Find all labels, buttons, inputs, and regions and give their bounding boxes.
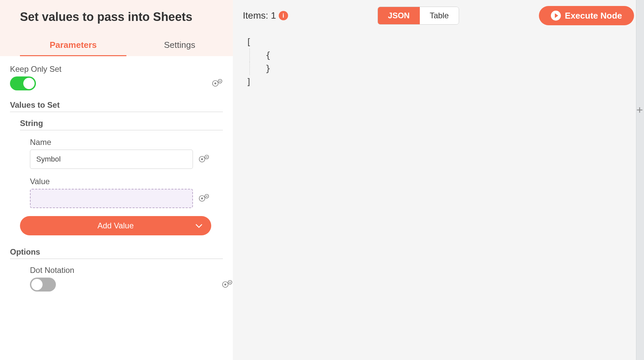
gear-icon[interactable] — [222, 279, 233, 290]
name-label: Name — [30, 138, 223, 147]
svg-point-5 — [201, 158, 203, 160]
svg-point-9 — [201, 197, 203, 199]
plus-icon[interactable]: + — [635, 103, 644, 116]
execute-node-button[interactable]: Execute Node — [539, 6, 634, 25]
panel-tabs: Parameters Settings — [20, 34, 233, 56]
gear-icon[interactable] — [212, 78, 223, 89]
items-count-value: 1 — [271, 10, 276, 21]
right-edge-strip — [636, 0, 644, 360]
output-panel: Items: 1 i JSON Table Execute Node [ { }… — [233, 0, 644, 360]
add-value-label: Add Value — [97, 221, 134, 230]
keep-only-set-label: Keep Only Set — [10, 64, 223, 74]
svg-point-3 — [220, 80, 221, 82]
svg-point-11 — [206, 195, 208, 197]
keep-only-set-toggle[interactable] — [10, 76, 36, 90]
json-output: [ { } ] — [243, 35, 634, 88]
play-icon — [551, 11, 561, 21]
tab-parameters[interactable]: Parameters — [20, 34, 126, 56]
execute-label: Execute Node — [565, 11, 622, 21]
items-prefix: Items: — [243, 10, 268, 21]
add-value-button[interactable]: Add Value — [20, 216, 211, 235]
panel-header: Set values to pass into Sheets Parameter… — [0, 0, 233, 56]
panel-body[interactable]: Keep Only Set Values to Set String Name — [0, 56, 233, 360]
code-bracket-close: ] — [246, 75, 251, 88]
svg-point-7 — [206, 156, 208, 158]
items-count: Items: 1 i — [243, 10, 288, 21]
chevron-down-icon — [195, 221, 203, 230]
values-to-set-header: Values to Set — [10, 100, 223, 112]
svg-point-13 — [225, 284, 227, 286]
view-toggle-group: JSON Table — [378, 7, 459, 25]
name-input[interactable] — [30, 150, 193, 169]
info-icon[interactable]: i — [279, 11, 288, 20]
dot-notation-toggle[interactable] — [30, 278, 56, 292]
svg-point-15 — [230, 282, 231, 283]
parameters-panel: Set values to pass into Sheets Parameter… — [0, 0, 233, 360]
panel-title: Set values to pass into Sheets — [20, 10, 233, 24]
svg-point-1 — [215, 82, 217, 84]
view-json-toggle[interactable]: JSON — [378, 7, 419, 24]
code-bracket-open: [ — [246, 35, 251, 49]
gear-icon[interactable] — [198, 193, 210, 204]
value-label: Value — [30, 177, 223, 186]
view-table-toggle[interactable]: Table — [420, 7, 459, 24]
dot-notation-label: Dot Notation — [30, 266, 223, 275]
gear-icon[interactable] — [198, 154, 210, 165]
output-topbar: Items: 1 i JSON Table Execute Node — [243, 6, 634, 25]
value-input[interactable] — [30, 189, 193, 208]
code-brace-open: { — [265, 49, 271, 62]
tab-settings[interactable]: Settings — [126, 34, 233, 56]
options-header: Options — [10, 247, 223, 259]
string-header: String — [20, 119, 223, 130]
code-brace-close: } — [265, 62, 271, 75]
